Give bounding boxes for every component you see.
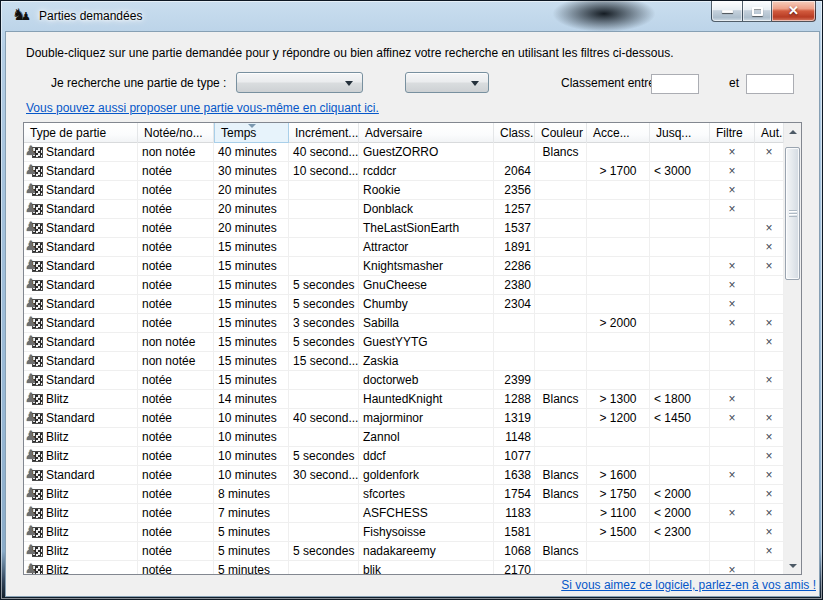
- cell-time: 5 minutes: [214, 542, 289, 561]
- game-variant-combobox[interactable]: [405, 72, 489, 93]
- cell-rated: notée: [138, 390, 214, 409]
- table-row[interactable]: ♟Standardnon notée40 minutes40 second...…: [24, 143, 784, 162]
- cell-rated: notée: [138, 504, 214, 523]
- table-row[interactable]: ♟Blitznotée5 minutes5 secondesnadakareem…: [24, 542, 784, 561]
- table-row[interactable]: ♟Standardnotée20 minutesTheLastSionEarth…: [24, 219, 784, 238]
- table-row[interactable]: ♟Standardnotée15 minutes5 secondesChumby…: [24, 295, 784, 314]
- table-row[interactable]: ♟Standardnotée15 minutesAttractor1891×: [24, 238, 784, 257]
- chess-pawn-board-icon: ♟: [27, 526, 43, 539]
- table-row[interactable]: ♟Standardnon notée15 minutes5 secondesGu…: [24, 333, 784, 352]
- cell-filter: ×: [710, 200, 755, 219]
- cell-accept_max: [650, 352, 710, 371]
- cell-time: 10 minutes: [214, 447, 289, 466]
- cell-opponent: ddcf: [359, 447, 494, 466]
- table-row[interactable]: ♟Standardnon notée15 minutes15 second...…: [24, 352, 784, 371]
- table-row[interactable]: ♟Standardnotée15 minutes3 secondesSabill…: [24, 314, 784, 333]
- cell-auto: ×: [755, 143, 784, 162]
- column-header-auto[interactable]: Aut...: [755, 123, 784, 143]
- cell-type-label: Blitz: [46, 428, 69, 446]
- cell-type-label: Standard: [46, 371, 95, 389]
- column-header-increment[interactable]: Incrément...: [289, 123, 359, 143]
- cell-accept_max: [650, 371, 710, 390]
- cell-rated: non notée: [138, 352, 214, 371]
- cell-time: 15 minutes: [214, 371, 289, 390]
- cell-opponent: Fishysoisse: [359, 523, 494, 542]
- table-row[interactable]: ♟Standardnotée10 minutes30 second...gold…: [24, 466, 784, 485]
- rating-max-input[interactable]: [746, 74, 794, 94]
- cell-opponent: GuestYYTG: [359, 333, 494, 352]
- close-button[interactable]: ✕: [772, 1, 816, 22]
- cell-accept_min: > 1750: [587, 485, 650, 504]
- table-row[interactable]: ♟Standardnotée30 minutes10 second...rcdd…: [24, 162, 784, 181]
- cell-time: 15 minutes: [214, 238, 289, 257]
- table-row[interactable]: ♟Blitznotée10 minutes5 secondesddcf1077×: [24, 447, 784, 466]
- cell-accept_min: > 1200: [587, 409, 650, 428]
- game-type-combobox[interactable]: [236, 72, 363, 93]
- cell-type: ♟Standard: [24, 238, 138, 257]
- cell-increment: [289, 219, 359, 238]
- table-row[interactable]: ♟Blitznotée5 minutesblik2170×: [24, 561, 784, 574]
- table-row[interactable]: ♟Standardnotée15 minutesdoctorweb2399×: [24, 371, 784, 390]
- cell-color: [535, 295, 587, 314]
- table-row[interactable]: ♟Blitznotée10 minutesZannol1148×: [24, 428, 784, 447]
- cell-rated: notée: [138, 409, 214, 428]
- table-row[interactable]: ♟Blitznotée8 minutessfcortes1754Blancs> …: [24, 485, 784, 504]
- cell-increment: [289, 371, 359, 390]
- cell-accept_min: > 1100: [587, 504, 650, 523]
- column-header-time[interactable]: Temps: [214, 123, 289, 143]
- column-header-accept_min[interactable]: Acce...: [587, 123, 650, 143]
- column-header-accept_max[interactable]: Jusq...: [650, 123, 710, 143]
- cell-rated: notée: [138, 371, 214, 390]
- table-row[interactable]: ♟Standardnotée15 minutes5 secondesGnuChe…: [24, 276, 784, 295]
- cell-type-label: Blitz: [46, 485, 69, 503]
- cell-type: ♟Standard: [24, 143, 138, 162]
- column-header-filter[interactable]: Filtre: [710, 123, 755, 143]
- vertical-scrollbar[interactable]: [784, 123, 801, 574]
- table-row[interactable]: ♟Blitznotée5 minutesFishysoisse1581> 150…: [24, 523, 784, 542]
- cell-increment: 40 second...: [289, 143, 359, 162]
- column-header-rating[interactable]: Class...: [494, 123, 535, 143]
- cell-time: 20 minutes: [214, 200, 289, 219]
- pawn-glyph: ♟: [25, 485, 37, 501]
- minimize-button[interactable]: [711, 1, 742, 22]
- cell-color: Blancs: [535, 485, 587, 504]
- table-row[interactable]: ♟Standardnotée20 minutesDonblack1257×: [24, 200, 784, 219]
- cell-rating: [494, 143, 535, 162]
- column-header-color[interactable]: Couleur: [535, 123, 587, 143]
- cell-color: [535, 504, 587, 523]
- pawn-glyph: ♟: [25, 295, 37, 311]
- cell-type: ♟Blitz: [24, 523, 138, 542]
- share-link[interactable]: Si vous aimez ce logiciel, parlez-en à v…: [561, 578, 816, 592]
- scroll-down-button[interactable]: [784, 557, 801, 574]
- cell-filter: ×: [710, 390, 755, 409]
- table-row[interactable]: ♟Standardnotée15 minutesKnightsmasher228…: [24, 257, 784, 276]
- table-row[interactable]: ♟Blitznotée14 minutesHauntedKnight1288Bl…: [24, 390, 784, 409]
- cell-type: ♟Standard: [24, 333, 138, 352]
- column-header-type[interactable]: Type de partie: [24, 123, 138, 143]
- cell-type-label: Standard: [46, 409, 95, 427]
- chess-pawn-board-icon: ♟: [27, 355, 43, 368]
- scrollbar-thumb[interactable]: [785, 147, 800, 280]
- cell-rated: notée: [138, 219, 214, 238]
- table-row[interactable]: ♟Standardnotée20 minutesRookie2356×: [24, 181, 784, 200]
- cell-opponent: blik: [359, 561, 494, 574]
- propose-game-link[interactable]: Vous pouvez aussi proposer une partie vo…: [26, 101, 379, 115]
- pawn-glyph: ♟: [25, 238, 37, 254]
- column-header-opponent[interactable]: Adversaire: [359, 123, 494, 143]
- cell-increment: 30 second...: [289, 466, 359, 485]
- scroll-up-button[interactable]: [784, 123, 801, 140]
- chess-pawn-board-icon: ♟: [27, 336, 43, 349]
- maximize-button[interactable]: [742, 1, 772, 22]
- rating-min-input[interactable]: [651, 74, 699, 94]
- chess-pawn-board-icon: ♟: [27, 412, 43, 425]
- game-type-label: Je recherche une partie de type :: [51, 76, 226, 90]
- titlebar[interactable]: ♞ ♟ Parties demandées ✕: [1, 1, 822, 31]
- cell-rating: 1638: [494, 466, 535, 485]
- pawn-glyph: ♟: [25, 143, 37, 159]
- table-row[interactable]: ♟Blitznotée7 minutesASFCHESS1183> 1100< …: [24, 504, 784, 523]
- table-row[interactable]: ♟Standardnotée10 minutes40 second...majo…: [24, 409, 784, 428]
- cell-accept_min: > 1700: [587, 162, 650, 181]
- cell-time: 10 minutes: [214, 466, 289, 485]
- cell-color: [535, 200, 587, 219]
- column-header-rated[interactable]: Notée/no...: [138, 123, 214, 143]
